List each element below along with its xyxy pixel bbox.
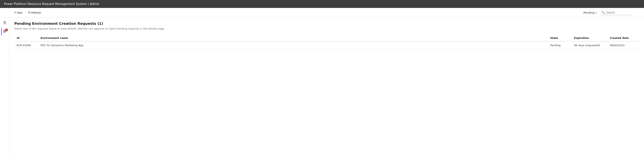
top-bar: Power Platform Resource Request Manageme…	[0, 0, 644, 8]
plus-icon: +	[14, 10, 16, 15]
table-row[interactable]: ECR-01000POC for Dynamics Marketing AppP…	[14, 41, 639, 49]
hamburger-icon: ☰	[3, 21, 6, 25]
cell-state: Pending	[548, 41, 572, 49]
table-header: Id Environment name State Expiration Cre…	[14, 35, 639, 41]
search-box: 🔍	[600, 10, 632, 15]
cell-expiration: 60 days (requested)	[572, 41, 608, 49]
toolbar: + New ↻ Refresh Pending ∨ 🔍	[0, 8, 644, 17]
col-header-id: Id	[14, 35, 38, 41]
filter-value: Pending	[584, 11, 594, 14]
filter-dropdown[interactable]: Pending ∨	[582, 10, 599, 15]
cell-environment-name: POC for Dynamics Marketing App	[38, 41, 548, 49]
new-button[interactable]: + New	[12, 9, 24, 16]
col-header-created-date: Created date	[608, 35, 639, 41]
svg-rect-2	[4, 32, 5, 32]
table-header-row: Id Environment name State Expiration Cre…	[14, 35, 639, 41]
cell-id: ECR-01000	[14, 41, 38, 49]
hamburger-button[interactable]: ☰	[2, 19, 8, 27]
col-header-environment-name: Environment name	[38, 35, 548, 41]
toolbar-left: + New ↻ Refresh	[12, 9, 582, 16]
page-description: Select one of the requests below to view…	[14, 27, 639, 30]
refresh-label: Refresh	[32, 11, 41, 14]
chevron-down-icon: ∨	[595, 11, 597, 14]
col-header-state: State	[548, 35, 572, 41]
search-icon: 🔍	[602, 11, 605, 14]
refresh-button[interactable]: ↻ Refresh	[26, 9, 43, 16]
main-layout: ☰ 1 Pending Environment Creation Request…	[0, 17, 644, 154]
refresh-icon: ↻	[28, 11, 30, 14]
cell-created-date: 08/02/2021	[608, 41, 639, 49]
col-header-expiration: Expiration	[572, 35, 608, 41]
sidebar: ☰ 1	[0, 17, 10, 154]
toolbar-right: Pending ∨ 🔍	[582, 10, 632, 15]
sidebar-nav-button[interactable]: 1	[1, 28, 8, 35]
table-body: ECR-01000POC for Dynamics Marketing AppP…	[14, 41, 639, 49]
notification-badge: 1	[5, 29, 8, 31]
page-title: Pending Environment Creation Requests (1…	[14, 21, 639, 26]
requests-table: Id Environment name State Expiration Cre…	[14, 35, 639, 49]
search-input[interactable]	[606, 11, 631, 14]
new-label: New	[17, 11, 22, 14]
main-content: Pending Environment Creation Requests (1…	[10, 17, 644, 154]
app-title: Power Platform Resource Request Manageme…	[4, 2, 99, 6]
